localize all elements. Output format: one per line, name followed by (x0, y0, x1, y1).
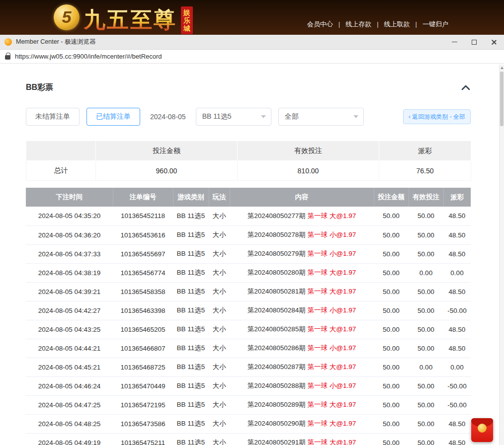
summary-header-payout: 派彩 (379, 141, 471, 161)
table-row: 2024-08-05 04:48:25 101365473586 BB 11选5… (26, 414, 471, 433)
cell-bet-time: 2024-08-05 04:44:21 (26, 339, 113, 358)
cell-game-category: BB 11选5 (173, 339, 209, 358)
cell-valid-bet: 50.00 (409, 414, 443, 433)
collapse-button[interactable] (461, 84, 471, 91)
cell-bet-time: 2024-08-05 04:36:20 (26, 225, 113, 244)
cell-valid-bet: 50.00 (409, 244, 443, 263)
table-row: 2024-08-05 04:44:21 101365466807 BB 11选5… (26, 339, 471, 358)
cell-bet-time: 2024-08-05 04:45:21 (26, 358, 113, 376)
cell-payout: 48.50 (443, 414, 471, 433)
table-row: 2024-08-05 04:36:20 101365453616 BB 11选5… (26, 225, 471, 244)
period-text: 第202408050284期 (248, 306, 306, 314)
maximize-button[interactable] (464, 35, 484, 49)
unsettled-bets-button[interactable]: 未结算注单 (26, 108, 80, 126)
page-scrollbar[interactable] (499, 65, 504, 445)
table-row: 2024-08-05 04:42:27 101365463398 BB 11选5… (26, 301, 471, 320)
cell-play-type: 大小 (209, 320, 230, 339)
nav-member-center[interactable]: 会员中心 (307, 20, 333, 29)
period-text: 第202408050286期 (248, 344, 306, 352)
minimize-button[interactable] (444, 35, 464, 49)
pick-text: 第一球 大@1.97 (308, 363, 356, 371)
cell-payout: -50.00 (443, 395, 471, 414)
cell-bet-amount: 50.00 (374, 414, 409, 433)
minimize-icon (452, 42, 457, 43)
cell-bet-amount: 50.00 (374, 207, 409, 225)
table-row: 2024-08-05 04:47:25 101365472195 BB 11选5… (26, 395, 471, 414)
summary-valid-value: 810.00 (238, 161, 379, 181)
cell-bet-time: 2024-08-05 04:49:19 (26, 433, 113, 445)
cell-bet-time: 2024-08-05 04:42:27 (26, 301, 113, 320)
cell-payout: 48.50 (443, 207, 471, 225)
cell-payout: 0.00 (443, 358, 471, 376)
table-row: 2024-08-05 04:46:24 101365470449 BB 11选5… (26, 376, 471, 395)
game-select[interactable]: BB 11选5 (196, 108, 271, 126)
cell-game-category: BB 11选5 (173, 282, 209, 301)
summary-header-bet: 投注金额 (96, 141, 238, 161)
cell-content: 第202408050278期 第一球 小@1.97 (230, 225, 374, 244)
cell-valid-bet: 50.00 (409, 301, 443, 320)
summary-total-label: 总计 (26, 161, 96, 181)
cell-bet-id: 101365473586 (113, 414, 173, 433)
cell-valid-bet: 50.00 (409, 320, 443, 339)
summary-header-blank (26, 141, 96, 161)
cell-content: 第202408050288期 第一球 小@1.97 (230, 376, 374, 395)
period-text: 第202408050279期 (248, 250, 306, 257)
game-select-value: BB 11选5 (202, 112, 232, 121)
cell-bet-time: 2024-08-05 04:48:25 (26, 414, 113, 433)
back-to-category-button[interactable]: ‹ 返回游戏类别 - 全部 (403, 109, 471, 124)
cell-content: 第202408050291期 第一球 大@1.97 (230, 433, 374, 445)
cell-payout: 48.50 (443, 225, 471, 244)
cell-bet-time: 2024-08-05 04:39:21 (26, 282, 113, 301)
scope-select[interactable]: 全部 (278, 108, 364, 126)
address-bar[interactable]: https://www.jw05.cc:9900/infe/mcenter/#/… (0, 50, 504, 64)
cell-play-type: 大小 (209, 339, 230, 358)
close-button[interactable] (484, 35, 504, 49)
table-row: 2024-08-05 04:49:19 101365475211 BB 11选5… (26, 433, 471, 445)
cell-bet-amount: 50.00 (374, 301, 409, 320)
cell-bet-time: 2024-08-05 04:43:25 (26, 320, 113, 339)
cell-bet-id: 101365458358 (113, 282, 173, 301)
cell-bet-amount: 50.00 (374, 339, 409, 358)
pick-text: 第一球 小@1.97 (308, 382, 356, 389)
cell-bet-id: 101365468725 (113, 358, 173, 376)
cell-bet-amount: 50.00 (374, 282, 409, 301)
nav-deposit[interactable]: 线上存款 (333, 20, 371, 29)
brand-logo: 5 九五至尊 娱乐城 (54, 0, 193, 35)
red-packet-button[interactable] (471, 418, 493, 442)
nav-one-key-transfer[interactable]: 一键归户 (410, 20, 448, 29)
cell-bet-id: 101365466807 (113, 339, 173, 358)
cell-bet-id: 101365463398 (113, 301, 173, 320)
cell-content: 第202408050277期 第一球 大@1.97 (230, 207, 374, 225)
period-text: 第202408050281期 (248, 288, 306, 295)
header-bet-amount: 投注金额 (374, 188, 409, 207)
bet-records-table: 下注时间 注单编号 游戏类别 玩法 内容 投注金额 有效投注 派彩 2024-0… (26, 188, 471, 445)
cell-valid-bet: 50.00 (409, 339, 443, 358)
cell-play-type: 大小 (209, 282, 230, 301)
nav-withdraw[interactable]: 线上取款 (371, 20, 410, 29)
cell-bet-time: 2024-08-05 04:35:20 (26, 207, 113, 225)
settled-bets-button[interactable]: 已结算注单 (86, 108, 140, 126)
filter-toolbar: 未结算注单 已结算注单 2024-08-05 BB 11选5 全部 ‹ 返回游戏… (26, 108, 471, 126)
scrollbar-thumb[interactable] (500, 72, 504, 126)
cell-payout: -50.00 (443, 301, 471, 320)
cell-bet-id: 101365456774 (113, 263, 173, 282)
cell-play-type: 大小 (209, 358, 230, 376)
period-text: 第202408050287期 (248, 363, 306, 371)
header-payout: 派彩 (443, 188, 471, 207)
table-row: 2024-08-05 04:38:19 101365456774 BB 11选5… (26, 263, 471, 282)
section-header: BB彩票 (26, 82, 471, 93)
pick-text: 第一球 小@1.97 (308, 250, 356, 257)
pick-text: 第一球 大@1.97 (308, 212, 356, 220)
period-text: 第202408050277期 (248, 212, 306, 220)
cell-content: 第202408050279期 第一球 小@1.97 (230, 244, 374, 263)
cell-game-category: BB 11选5 (173, 376, 209, 395)
cell-game-category: BB 11选5 (173, 263, 209, 282)
date-picker[interactable]: 2024-08-05 (150, 113, 186, 121)
cell-bet-id: 101365475211 (113, 433, 173, 445)
cell-bet-amount: 50.00 (374, 395, 409, 414)
header-valid-bet: 有效投注 (409, 188, 443, 207)
url-text: https://www.jw05.cc:9900/infe/mcenter/#/… (15, 53, 162, 60)
cell-payout: 48.50 (443, 339, 471, 358)
banner-nav: 会员中心 线上存款 线上取款 一键归户 (307, 20, 448, 29)
cell-bet-amount: 50.00 (374, 376, 409, 395)
